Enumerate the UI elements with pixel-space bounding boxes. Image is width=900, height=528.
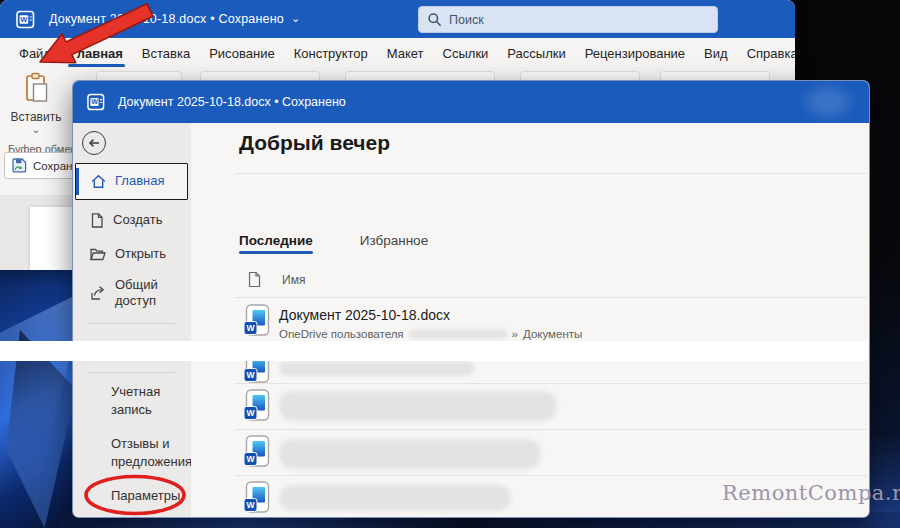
sidebar-item-label: Общий доступ — [115, 277, 191, 310]
paste-button-label: Вставить — [0, 110, 72, 124]
backstage-titlebar: W Документ 2025-10-18.docx • Сохранено — [73, 81, 869, 123]
back-button[interactable] — [82, 131, 106, 155]
home-icon — [90, 173, 107, 190]
svg-text:W: W — [246, 454, 255, 464]
tab-draw[interactable]: Рисование — [208, 41, 275, 66]
backstage-sidebar: Главная Создать — [73, 123, 191, 518]
sidebar-item-feedback[interactable]: Отзывы и предложения — [111, 435, 189, 470]
search-icon — [427, 12, 442, 27]
ribbon-tab-bar: Файл Главная Вставка Рисование Конструкт… — [0, 38, 795, 68]
section-divider — [235, 173, 867, 174]
sidebar-item-options[interactable]: Параметры — [111, 487, 189, 505]
word-file-icon: W — [243, 481, 270, 518]
tab-design[interactable]: Конструктор — [293, 41, 369, 66]
back-arrow-icon — [87, 136, 101, 150]
main-titlebar: W Документ 2025-10-18.docx • Сохранено ⌄ — [0, 0, 795, 38]
search-input[interactable] — [449, 13, 709, 27]
tab-references[interactable]: Ссылки — [442, 41, 490, 66]
file-location: OneDrive пользователя » Документы — [279, 328, 582, 340]
list-divider — [235, 297, 867, 298]
backstage-content: Добрый вечер Последние Избранное Имя — [191, 123, 869, 518]
svg-text:W: W — [91, 98, 98, 106]
clipboard-paste-icon — [21, 72, 51, 104]
sidebar-divider — [87, 323, 175, 324]
watermark: RemontCompa.ru — [722, 481, 900, 505]
greeting-heading: Добрый вечер — [239, 131, 390, 155]
backstage-tab-bar: Последние Избранное — [239, 233, 428, 254]
file-location-folder: Документы — [523, 328, 582, 340]
word-file-icon: W — [243, 389, 270, 426]
backstage-document-title: Документ 2025-10-18.docx • Сохранено — [118, 95, 346, 109]
redaction-band — [0, 341, 868, 361]
sidebar-item-label: Главная — [115, 173, 187, 189]
word-app-icon: W — [16, 10, 35, 29]
sidebar-item-share[interactable]: Общий доступ — [73, 269, 191, 317]
sidebar-item-account[interactable]: Учетная запись — [111, 383, 189, 418]
sidebar-item-home[interactable]: Главная — [75, 163, 188, 200]
file-list-header: Имя — [247, 271, 305, 288]
document-icon — [247, 271, 262, 288]
list-divider — [235, 429, 867, 430]
tab-layout[interactable]: Макет — [386, 41, 425, 66]
svg-text:W: W — [246, 500, 255, 510]
tab-view[interactable]: Вид — [703, 41, 729, 66]
tab-help[interactable]: Справка — [746, 41, 795, 66]
svg-text:W: W — [20, 15, 28, 24]
file-name: Документ 2025-10-18.docx — [279, 307, 450, 323]
column-header-name: Имя — [282, 273, 305, 287]
svg-text:W: W — [246, 323, 255, 333]
svg-text:W: W — [246, 408, 255, 418]
sidebar-item-open[interactable]: Открыть — [73, 238, 191, 270]
breadcrumb-separator: » — [512, 328, 518, 340]
share-icon — [89, 285, 107, 302]
redacted-file-name — [279, 391, 557, 421]
tab-recent[interactable]: Последние — [239, 233, 313, 254]
tab-file[interactable]: Файл — [18, 41, 52, 66]
list-divider — [235, 475, 867, 476]
sidebar-item-new[interactable]: Создать — [73, 204, 191, 236]
sidebar-item-label: Открыть — [115, 246, 191, 262]
new-document-icon — [89, 212, 105, 229]
open-folder-icon — [89, 247, 107, 262]
paste-button[interactable]: Вставить ⌄ Буфер обмена — [0, 72, 72, 155]
sidebar-divider — [87, 372, 175, 373]
sidebar-item-label: Создать — [113, 212, 189, 228]
chevron-down-icon[interactable]: ⌄ — [291, 12, 300, 25]
backstage-window: W Документ 2025-10-18.docx • Сохранено — [72, 80, 870, 518]
word-file-icon: W — [243, 304, 270, 341]
list-divider — [235, 383, 867, 384]
redacted-user-avatar — [806, 87, 850, 117]
redacted-file-name — [279, 439, 541, 469]
screenshot-stage: W Документ 2025-10-18.docx • Сохранено ⌄… — [0, 0, 900, 528]
tab-pinned[interactable]: Избранное — [360, 233, 428, 254]
svg-text:W: W — [246, 370, 255, 380]
tab-home[interactable]: Главная — [69, 41, 124, 66]
file-location-prefix: OneDrive пользователя — [279, 328, 404, 340]
word-app-icon: W — [87, 93, 105, 111]
tab-mailings[interactable]: Рассылки — [506, 41, 566, 66]
search-bar[interactable] — [418, 6, 718, 33]
word-file-icon: W — [243, 435, 270, 472]
document-title: Документ 2025-10-18.docx • Сохранено — [49, 12, 284, 26]
save-icon — [11, 157, 28, 174]
tab-review[interactable]: Рецензирование — [584, 41, 686, 66]
redacted-user-name — [409, 329, 507, 339]
redacted-file-name — [279, 361, 474, 376]
chevron-down-icon[interactable]: ⌄ — [0, 124, 72, 135]
redacted-file-name — [279, 485, 511, 511]
tab-insert[interactable]: Вставка — [141, 41, 191, 66]
